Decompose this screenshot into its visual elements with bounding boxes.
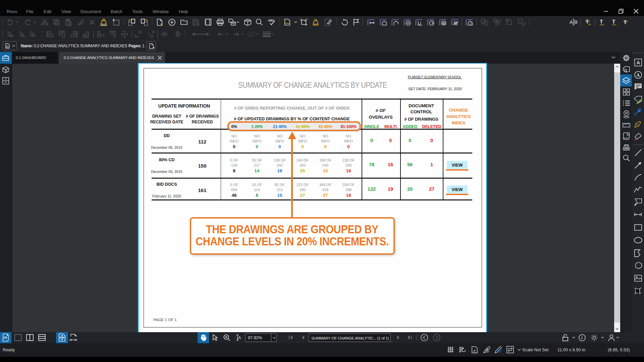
svg-text:D: D — [6, 70, 7, 72]
svg-text:3: 3 — [3, 68, 4, 70]
svg-text:A: A — [570, 19, 573, 25]
svg-text:A: A — [238, 335, 241, 340]
svg-text:A: A — [636, 72, 640, 78]
svg-text:T: T — [600, 19, 603, 25]
svg-text:i: i — [581, 336, 583, 340]
svg-text:B: B — [574, 19, 578, 25]
svg-text:JS: JS — [3, 336, 7, 339]
svg-text:T: T — [586, 19, 589, 25]
svg-text:T: T — [624, 20, 627, 26]
svg-text:A: A — [636, 60, 640, 65]
